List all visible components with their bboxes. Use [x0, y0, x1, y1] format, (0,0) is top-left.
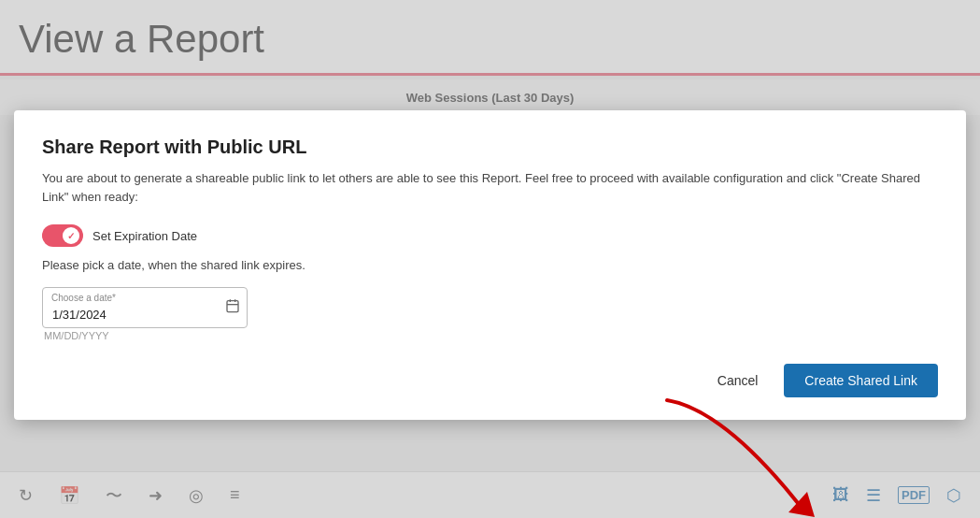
date-field-container: Choose a date* 1/31/2024 MM/DD/YYYY — [42, 287, 938, 341]
cancel-button[interactable]: Cancel — [703, 366, 774, 396]
date-format-hint: MM/DD/YYYY — [42, 330, 938, 341]
svg-rect-0 — [227, 301, 238, 312]
modal-footer: Cancel Create Shared Link — [42, 364, 938, 397]
date-input-value: 1/31/2024 — [52, 308, 107, 322]
expiration-toggle-row: ✓ Set Expiration Date — [42, 224, 938, 247]
modal-description: You are about to generate a shareable pu… — [42, 169, 938, 206]
modal-title: Share Report with Public URL — [42, 137, 938, 158]
calendar-picker-icon[interactable] — [225, 298, 240, 317]
toggle-check-icon: ✓ — [67, 231, 75, 241]
create-shared-link-button[interactable]: Create Shared Link — [784, 364, 938, 397]
expiration-toggle-label: Set Expiration Date — [92, 229, 197, 243]
date-input[interactable]: Choose a date* 1/31/2024 — [42, 287, 248, 328]
expiration-toggle[interactable]: ✓ — [42, 224, 83, 247]
date-field-wrapper: Choose a date* 1/31/2024 — [42, 287, 248, 328]
expiry-note: Please pick a date, when the shared link… — [42, 258, 938, 272]
date-label: Choose a date* — [51, 293, 116, 303]
toggle-thumb: ✓ — [63, 227, 79, 244]
share-modal: Share Report with Public URL You are abo… — [14, 110, 966, 420]
